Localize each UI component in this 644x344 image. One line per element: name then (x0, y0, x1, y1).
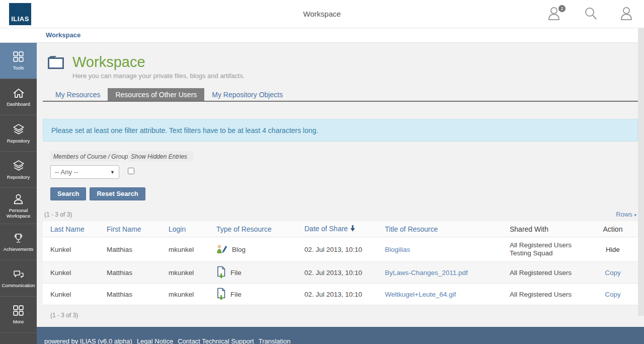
layers-icon (13, 123, 25, 135)
table-row: Kunkel Matthias mkunkel File (43, 262, 638, 284)
tab-my-repository-objects[interactable]: My Repository Objects (204, 88, 290, 101)
result-range-top: (1 - 3 of 3) (44, 211, 72, 218)
cell-login: mkunkel (161, 284, 209, 305)
result-range-bottom: (1 - 3 of 3) (50, 312, 638, 319)
shared-resources-table: Last Name First Name Login Type of Resou… (43, 221, 638, 305)
breadcrumb: Workspace (0, 28, 644, 43)
column-header-login[interactable]: Login (161, 221, 209, 237)
sidebar-item-label: Communication (1, 283, 36, 288)
grid-icon (13, 305, 24, 316)
cell-login: mkunkel (161, 237, 209, 262)
sidebar-item-label: Personal Workspace (0, 208, 37, 219)
cell-login: mkunkel (161, 262, 209, 284)
cell-first-name: Matthias (99, 262, 161, 284)
filter-panel: Members of Course / Group -- Any -- ▼ Sh… (50, 151, 638, 200)
folder-icon (48, 56, 64, 69)
layers-icon (13, 160, 25, 172)
info-message: Please set at least one filter attribute… (43, 119, 638, 142)
sidebar: Tools Dashboard Repository Repository Pe… (0, 43, 37, 344)
sidebar-item-label: Dashboard (6, 101, 31, 107)
resource-title-link[interactable]: ByLaws-Changes_2011.pdf (385, 269, 468, 277)
sidebar-item-label: Repository (6, 138, 31, 144)
footer-link-contact-support[interactable]: Contact Technical Support (178, 337, 254, 344)
sidebar-item-personal-workspace[interactable]: Personal Workspace (0, 188, 37, 224)
sidebar-item-dashboard[interactable]: Dashboard (0, 79, 37, 115)
results-table-section: (1 - 3 of 3) Rows ▾ Last Name First Name… (43, 211, 638, 319)
tab-my-resources[interactable]: My Resources (48, 88, 108, 101)
sidebar-item-more[interactable]: More (0, 297, 37, 333)
cell-shared-with: All Registered Users (502, 284, 588, 305)
cell-date-of-share: 02. Jul 2013, 10:10 (297, 237, 377, 262)
tab-resources-of-other-users[interactable]: Resources of Other Users (108, 88, 204, 101)
powered-by-text: powered by ILIAS (v6.0 alpha) (44, 337, 132, 344)
cell-last-name: Kunkel (43, 237, 99, 262)
tab-bar: My Resources Resources of Other Users My… (43, 88, 638, 102)
search-icon[interactable] (584, 6, 599, 22)
cell-date-of-share: 02. Jul 2013, 10:10 (297, 284, 377, 305)
online-count-badge: 2 (558, 5, 566, 12)
cell-last-name: Kunkel (43, 284, 99, 305)
file-icon (216, 266, 226, 279)
page-header: Workspace Here you can manage your priva… (48, 54, 644, 80)
cell-shared-with: All Registered Users Testing Squad (502, 237, 588, 262)
chevron-down-icon: ▼ (110, 170, 115, 175)
person-icon (13, 193, 24, 205)
cell-last-name: Kunkel (43, 262, 99, 284)
sidebar-item-label: Tools (12, 65, 25, 71)
main-content: Workspace Here you can manage your priva… (37, 43, 644, 344)
column-header-last-name[interactable]: Last Name (43, 221, 99, 237)
cell-type-label: File (230, 269, 242, 277)
action-hide-link[interactable]: Hide (606, 246, 620, 253)
course-group-select-value: -- Any -- (55, 168, 110, 176)
sort-descending-icon (350, 225, 355, 233)
resource-title-link[interactable]: Weltkugel+Leute_64.gif (385, 291, 456, 298)
chat-icon (13, 269, 25, 280)
hidden-entries-filter-label: Show Hidden Entries (128, 151, 193, 162)
grid-icon (13, 51, 24, 62)
action-copy-link[interactable]: Copy (605, 291, 621, 298)
column-header-type-of-resource[interactable]: Type of Resource (209, 221, 297, 237)
sidebar-item-repository[interactable]: Repository (0, 115, 37, 152)
column-header-title-of-resource[interactable]: Title of Resource (377, 221, 502, 237)
table-row: Kunkel Matthias mkunkel File (43, 284, 638, 305)
hidden-entries-checkbox[interactable] (128, 168, 134, 174)
reset-search-button[interactable]: Reset Search (90, 187, 145, 200)
file-icon (216, 288, 226, 301)
sidebar-item-tools[interactable]: Tools (0, 43, 37, 79)
resource-title-link[interactable]: Blogilias (385, 246, 410, 253)
breadcrumb-item-workspace[interactable]: Workspace (46, 31, 80, 39)
scrollbar-track[interactable] (638, 28, 644, 316)
table-header-row: Last Name First Name Login Type of Resou… (43, 221, 638, 237)
footer-link-legal-notice[interactable]: Legal Notice (137, 337, 173, 344)
sidebar-item-label: More (12, 319, 25, 324)
page-description: Here you can manage your private files, … (72, 72, 245, 80)
footer: powered by ILIAS (v6.0 alpha) Legal Noti… (37, 327, 644, 344)
page-title: Workspace (72, 54, 245, 70)
user-avatar-icon[interactable] (620, 6, 635, 22)
chevron-down-icon: ▾ (634, 213, 636, 218)
users-online-icon[interactable]: 2 (547, 6, 562, 22)
column-header-first-name[interactable]: First Name (99, 221, 161, 237)
rows-per-page-selector[interactable]: Rows ▾ (616, 211, 636, 218)
sidebar-item-label: Achievements (3, 246, 35, 252)
action-copy-link[interactable]: Copy (605, 269, 621, 277)
cell-first-name: Matthias (99, 237, 161, 262)
sidebar-item-repository-2[interactable]: Repository (0, 152, 37, 188)
course-group-select[interactable]: -- Any -- ▼ (50, 165, 119, 179)
column-header-shared-with: Shared With (502, 221, 588, 237)
cell-shared-with: All Registered Users (502, 262, 588, 284)
course-group-filter-label: Members of Course / Group (50, 151, 119, 162)
cell-type-label: Blog (232, 246, 246, 253)
footer-link-translation[interactable]: Translation (259, 337, 291, 344)
sidebar-item-label: Repository (6, 174, 31, 180)
trophy-icon (13, 232, 24, 244)
column-header-date-of-share[interactable]: Date of Share (297, 221, 377, 237)
blog-icon (216, 244, 227, 255)
sidebar-item-achievements[interactable]: Achievements (0, 224, 37, 260)
search-button[interactable]: Search (50, 187, 86, 200)
sidebar-item-communication[interactable]: Communication (0, 260, 37, 297)
topbar: ILIAS Workspace 2 (0, 0, 644, 28)
table-row: Kunkel Matthias mkunkel Blog (43, 237, 638, 262)
cell-first-name: Matthias (99, 284, 161, 305)
home-icon (13, 88, 25, 99)
